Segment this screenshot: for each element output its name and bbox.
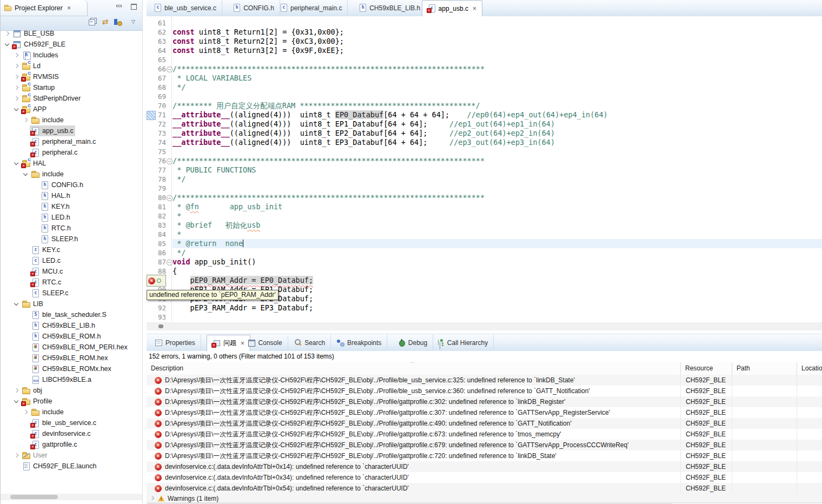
collapse-all-icon[interactable] (88, 17, 97, 26)
code-line-87[interactable]: 87void app_usb_init() (147, 257, 822, 267)
problem-row[interactable]: ×D:\Apresys\项目\一次性蓝牙温度记录仪-CH592F\程序\CH59… (147, 375, 822, 386)
tree-item-obj[interactable]: obj (1, 385, 142, 396)
tree-item-ch592f-ble[interactable]: ×CH592F_BLE (1, 39, 142, 50)
code-line-78[interactable]: 78 */ (147, 175, 822, 184)
view-tab-properties[interactable]: Properties (149, 335, 201, 350)
tree-item-user[interactable]: User (1, 450, 142, 461)
problem-row[interactable]: ×D:\Apresys\项目\一次性蓝牙温度记录仪-CH592F\程序\CH59… (147, 450, 822, 461)
warnings-group-row[interactable]: Warnings (1 item) (147, 494, 822, 503)
code-line-73[interactable]: 73__attribute__((aligned(4))) uint8_t EP… (147, 129, 822, 138)
tree-item-include[interactable]: include (1, 115, 142, 125)
tree-item-key-h[interactable]: hKEY.h (1, 201, 142, 212)
tree-item-lib[interactable]: LIB (1, 299, 142, 309)
tree-item-include[interactable]: include (1, 407, 142, 417)
code-line-61[interactable]: 61 (147, 18, 822, 28)
code-editor[interactable]: 6162const uint8_t Return1[2] = {0x31,0x0… (147, 16, 822, 322)
tree-item-rtc-c[interactable]: c×RTC.c (1, 277, 142, 288)
editor-tab-app-usb-c[interactable]: c×app_usb.c× (422, 0, 482, 16)
tree-item-include[interactable]: include (1, 169, 142, 180)
collapse-chevron[interactable] (23, 172, 28, 177)
tree-item-ble-usb-service-c[interactable]: c×ble_usb_service.c (1, 417, 142, 428)
code-line-85[interactable]: 85 * @return none (147, 239, 822, 248)
link-with-editor-icon[interactable]: ⇄ (101, 17, 110, 26)
problem-row[interactable]: ×D:\Apresys\项目\一次性蓝牙温度记录仪-CH592F\程序\CH59… (147, 386, 822, 396)
code-line-71[interactable]: 71__attribute__((aligned(4))) uint8_t EP… (147, 110, 822, 120)
expand-chevron[interactable] (14, 453, 19, 458)
error-marker-icon[interactable]: × (148, 277, 155, 284)
tree-item-app[interactable]: C×APP (1, 104, 142, 115)
code-line-79[interactable]: 79 (147, 184, 822, 193)
expand-chevron[interactable] (14, 64, 19, 69)
code-line-64[interactable]: 64const uint8_t Return3[2] = {0x9F,0xEE}… (147, 46, 822, 55)
column-header-description[interactable]: Description ^ (147, 362, 681, 375)
code-line-72[interactable]: 72__attribute__((aligned(4))) uint8_t EP… (147, 120, 822, 129)
tree-item-libch59xble-a[interactable]: 010LIBCH59xBLE.a (1, 374, 142, 385)
tree-item-profile[interactable]: ×Profile (1, 396, 142, 407)
expand-chevron[interactable] (14, 96, 19, 101)
tree-item-ch59xble-rom-h[interactable]: hCH59xBLE_ROM.h (1, 331, 142, 342)
editor-tab-config-h[interactable]: hCONFIG.h (227, 0, 280, 16)
view-tab-call-hierarchy[interactable]: Call Hierarchy (431, 335, 494, 350)
minimize-button[interactable] (116, 4, 122, 9)
collapse-chevron[interactable] (14, 107, 19, 112)
code-line-81[interactable]: 81 * @fn app_usb_init (147, 202, 822, 211)
code-line-88[interactable]: 88{ (147, 267, 822, 276)
tree-item-key-c[interactable]: cKEY.c (1, 244, 142, 255)
code-line-74[interactable]: 74__attribute__((aligned(4))) uint8_t EP… (147, 138, 822, 147)
code-line-89[interactable]: 89 pEP0_RAM_Addr = EP0_Databuf; (147, 276, 822, 285)
view-tab-debug[interactable]: Debug (392, 335, 433, 350)
fold-collapse-icon[interactable] (167, 67, 173, 72)
fold-collapse-icon[interactable] (167, 260, 173, 266)
code-line-93[interactable]: 93 (147, 313, 822, 322)
tree-item-hal-h[interactable]: hHAL.h (1, 190, 142, 201)
expand-chevron[interactable] (23, 118, 28, 123)
problem-row[interactable]: ×devinfoservice.c:(.data.devInfoAttrTbl+… (147, 483, 822, 494)
tree-item-sleep-h[interactable]: hSLEEP.h (1, 234, 142, 244)
explorer-horizontal-scrollbar[interactable] (1, 494, 142, 500)
expand-chevron[interactable] (14, 75, 19, 79)
close-icon[interactable]: × (67, 5, 71, 11)
expand-chevron[interactable] (5, 31, 10, 36)
close-icon[interactable]: × (473, 5, 476, 12)
scrollbar-thumb[interactable] (10, 495, 58, 499)
editor-tab-peripheral-main-c[interactable]: cperipheral_main.c (274, 0, 348, 16)
problem-row[interactable]: ×D:\Apresys\项目\一次性蓝牙温度记录仪-CH592F\程序\CH59… (147, 418, 822, 429)
tree-item-led-h[interactable]: hLED.h (1, 212, 142, 223)
tree-item-config-h[interactable]: hCONFIG.h (1, 180, 142, 190)
code-line-68[interactable]: 68 */ (147, 83, 822, 92)
tree-item-startup[interactable]: CStartup (1, 82, 142, 93)
code-line-67[interactable]: 67 * LOCAL VARIABLES (147, 74, 822, 83)
focus-task-icon[interactable] (113, 17, 122, 26)
code-line-62[interactable]: 62const uint8_t Return1[2] = {0x31,0x00}… (147, 28, 822, 37)
view-menu-icon[interactable]: ▽ (129, 17, 138, 26)
code-line-77[interactable]: 77 * PUBLIC FUNCTIONS (147, 165, 822, 175)
code-line-63[interactable]: 63const uint8_t Return2[2] = {0xC3,0x00}… (147, 37, 822, 46)
collapse-chevron[interactable] (5, 42, 10, 47)
scrollbar-thumb[interactable] (158, 324, 163, 328)
view-tab-search[interactable]: Search (288, 335, 331, 350)
editor-horizontal-scrollbar[interactable] (147, 322, 822, 330)
tree-item-hal[interactable]: C×HAL (1, 158, 142, 169)
problem-row[interactable]: ×D:\Apresys\项目\一次性蓝牙温度记录仪-CH592F\程序\CH59… (147, 440, 822, 450)
tree-item-app-usb-c[interactable]: c×app_usb.c (1, 125, 142, 136)
column-header-path[interactable]: Path (732, 362, 797, 375)
fold-collapse-icon[interactable] (167, 158, 173, 164)
tree-item-rtc-h[interactable]: hRTC.h (1, 223, 142, 234)
tree-item-led-c[interactable]: cLED.c (1, 255, 142, 266)
expand-chevron[interactable] (14, 388, 19, 393)
view-tab-breakpoints[interactable]: Breakpoints (331, 335, 387, 350)
code-line-66[interactable]: 66/*************************************… (147, 64, 822, 74)
expand-chevron[interactable] (14, 53, 19, 58)
tree-item-peripheral-c[interactable]: c×peripheral.c (1, 147, 142, 158)
collapse-chevron[interactable] (14, 161, 19, 166)
column-header-resource[interactable]: Resource (681, 362, 732, 375)
maximize-button[interactable] (131, 4, 137, 9)
code-line-86[interactable]: 86 */ (147, 248, 822, 257)
problem-row[interactable]: ×D:\Apresys\项目\一次性蓝牙温度记录仪-CH592F\程序\CH59… (147, 396, 822, 407)
tree-item-ch592f-ble-launch[interactable]: CH592F_BLE.launch (1, 461, 142, 472)
code-line-80[interactable]: 80/*************************************… (147, 193, 822, 202)
tree-item-ld[interactable]: CLd (1, 61, 142, 71)
collapse-chevron[interactable] (14, 302, 19, 307)
code-line-76[interactable]: 76/*************************************… (147, 156, 822, 165)
tree-item-devinfoservice-c[interactable]: c×devinfoservice.c (1, 428, 142, 439)
